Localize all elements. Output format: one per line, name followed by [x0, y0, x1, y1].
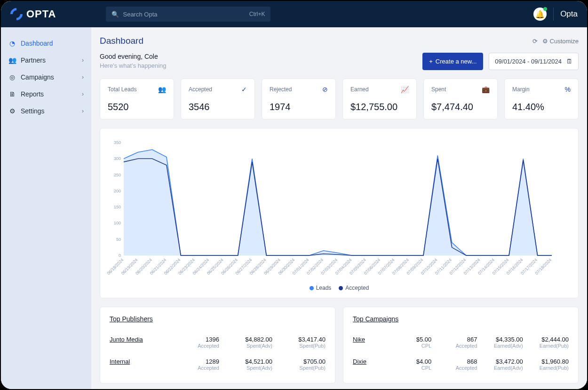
card-icon: ⊘ — [322, 86, 328, 93]
sidebar-item-label: Campaigns — [21, 73, 54, 81]
search-icon: 🔍 — [111, 11, 119, 18]
metric-card-total-leads[interactable]: Total Leads👥5520 — [100, 79, 174, 119]
card-value: $7,474.40 — [431, 102, 490, 112]
campaigns-icon: ◎ — [8, 73, 16, 81]
legend-item[interactable]: Accepted — [339, 285, 369, 291]
bottom-panels: Top Publishers Junto Media 1396Accepted … — [100, 307, 579, 383]
top-right: 🔔 Opta — [533, 8, 578, 21]
metric-card-rejected[interactable]: Rejected⊘1974 — [262, 79, 336, 119]
publisher-row: Internal 1289Accepted $4,521.00Spent(Adv… — [110, 353, 326, 375]
brand-logo[interactable]: OPTA — [10, 8, 56, 20]
header-actions: + Create a new... 09/01/2024 - 09/11/202… — [422, 53, 579, 70]
sidebar-item-dashboard[interactable]: ◔Dashboard — [1, 35, 91, 52]
page-title: Dashboard — [100, 36, 143, 46]
sidebar-item-label: Partners — [21, 56, 46, 64]
chevron-right-icon: › — [82, 74, 84, 80]
card-value: 1974 — [270, 102, 328, 112]
chevron-right-icon: › — [82, 91, 84, 97]
card-icon: 📈 — [401, 86, 409, 93]
sidebar-item-settings[interactable]: ⚙Settings› — [1, 103, 91, 119]
publisher-name[interactable]: Junto Media — [110, 336, 166, 343]
divider — [553, 8, 554, 21]
sidebar-item-label: Reports — [21, 90, 44, 98]
customize-button[interactable]: ⚙ Customize — [542, 38, 579, 45]
sidebar-item-label: Settings — [21, 107, 45, 115]
greeting: Good evening, Cole — [100, 53, 167, 60]
notifications-button[interactable]: 🔔 — [533, 8, 547, 21]
svg-text:150: 150 — [114, 205, 121, 209]
metric-cards: Total Leads👥5520Accepted✓3546Rejected⊘19… — [100, 79, 579, 119]
leads-chart: 05010015020025030035006/18/202406/19/202… — [105, 138, 556, 279]
top-publishers-panel: Top Publishers Junto Media 1396Accepted … — [100, 307, 335, 383]
partners-icon: 👥 — [8, 56, 16, 64]
publisher-name[interactable]: Internal — [110, 358, 166, 365]
svg-text:0: 0 — [119, 253, 121, 258]
card-label: Rejected — [270, 86, 292, 93]
dashboard-icon: ◔ — [8, 40, 16, 47]
sidebar-item-partners[interactable]: 👥Partners› — [1, 52, 91, 69]
sidebar-item-reports[interactable]: 🗎Reports› — [1, 86, 91, 103]
search-placeholder: Search Opta — [123, 11, 157, 18]
subtitle: Here's what's happening — [100, 62, 167, 69]
svg-text:100: 100 — [114, 221, 121, 225]
top-campaigns-panel: Top Campaigns Nike $5.00CPL 867Accepted … — [343, 307, 579, 383]
card-icon: % — [565, 86, 571, 93]
reports-icon: 🗎 — [8, 90, 16, 98]
card-value: $12,755.00 — [350, 102, 409, 112]
card-icon: 👥 — [158, 86, 166, 93]
metric-card-accepted[interactable]: Accepted✓3546 — [181, 79, 255, 119]
sidebar: ◔Dashboard👥Partners›◎Campaigns›🗎Reports›… — [1, 27, 91, 389]
card-icon: 💼 — [482, 86, 490, 93]
svg-text:200: 200 — [114, 189, 121, 193]
chevron-right-icon: › — [82, 108, 84, 114]
campaign-name[interactable]: Dixie — [353, 358, 386, 365]
card-value: 41.40% — [512, 102, 571, 112]
create-button[interactable]: + Create a new... — [422, 53, 483, 70]
main: Dashboard ⟳ ⚙ Customize Good evening, Co… — [91, 27, 587, 389]
legend-item[interactable]: Leads — [310, 285, 332, 291]
chart-legend: LeadsAccepted — [105, 285, 573, 291]
body: ◔Dashboard👥Partners›◎Campaigns›🗎Reports›… — [1, 27, 587, 389]
chevron-right-icon: › — [82, 57, 84, 64]
card-label: Earned — [350, 86, 369, 93]
title-actions: ⟳ ⚙ Customize — [532, 38, 579, 45]
search-input[interactable]: 🔍 Search Opta Ctrl+K — [106, 7, 270, 22]
card-label: Margin — [512, 86, 530, 93]
brand-text: OPTA — [26, 8, 56, 20]
campaigns-title[interactable]: Top Campaigns — [353, 315, 398, 323]
refresh-icon[interactable]: ⟳ — [532, 38, 538, 45]
plus-icon: + — [429, 58, 433, 65]
bell-icon: 🔔 — [535, 10, 545, 19]
sidebar-item-label: Dashboard — [21, 40, 53, 47]
publisher-row: Junto Media 1396Accepted $4,882.00Spent(… — [110, 331, 326, 353]
svg-text:50: 50 — [116, 237, 121, 242]
calendar-icon: 🗓 — [566, 58, 572, 65]
card-label: Total Leads — [108, 86, 136, 93]
search-shortcut: Ctrl+K — [249, 11, 265, 17]
metric-card-margin[interactable]: Margin%41.40% — [504, 79, 579, 119]
user-name[interactable]: Opta — [560, 9, 578, 19]
settings-icon: ⚙ — [8, 107, 16, 115]
card-icon: ✓ — [241, 86, 247, 93]
card-value: 3546 — [189, 102, 247, 112]
svg-text:250: 250 — [114, 173, 121, 177]
sidebar-item-campaigns[interactable]: ◎Campaigns› — [1, 69, 91, 86]
svg-text:350: 350 — [114, 140, 121, 145]
campaign-row: Nike $5.00CPL 867Accepted $4,335.00Earne… — [353, 331, 569, 353]
app-frame: OPTA 🔍 Search Opta Ctrl+K 🔔 Opta ◔Dashbo… — [0, 0, 588, 390]
date-range-picker[interactable]: 09/01/2024 - 09/11/2024 🗓 — [489, 53, 579, 70]
metric-card-spent[interactable]: Spent💼$7,474.40 — [423, 79, 498, 119]
svg-text:300: 300 — [114, 156, 121, 161]
topbar: OPTA 🔍 Search Opta Ctrl+K 🔔 Opta — [1, 1, 587, 27]
card-label: Spent — [431, 86, 446, 93]
logo-icon — [8, 6, 25, 23]
card-label: Accepted — [189, 86, 212, 93]
campaign-name[interactable]: Nike — [353, 336, 386, 343]
publishers-title[interactable]: Top Publishers — [110, 315, 153, 323]
metric-card-earned[interactable]: Earned📈$12,755.00 — [342, 79, 417, 119]
header-row: Good evening, Cole Here's what's happeni… — [100, 53, 579, 70]
campaign-row: Dixie $4.00CPL 868Accepted $3,472.00Earn… — [353, 353, 569, 375]
card-value: 5520 — [108, 102, 166, 112]
titlebar: Dashboard ⟳ ⚙ Customize — [100, 36, 579, 46]
chart-panel: 05010015020025030035006/18/202406/19/202… — [100, 128, 579, 298]
